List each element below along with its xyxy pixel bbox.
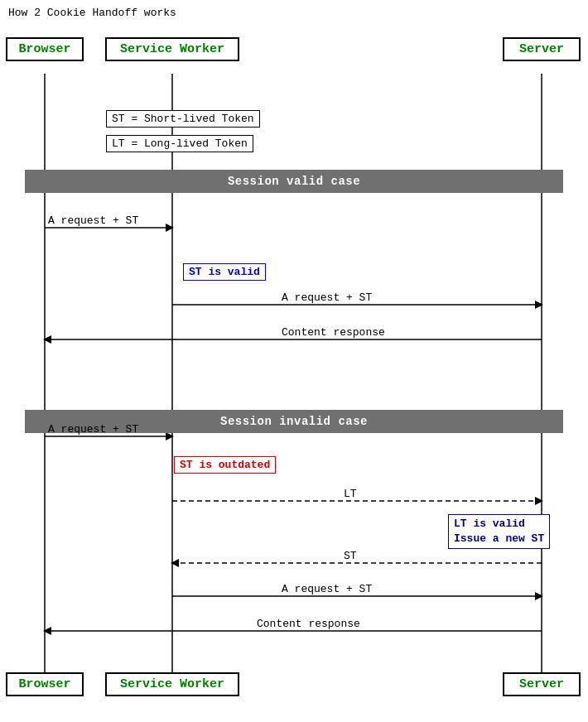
- note-lt-def: LT = Long-lived Token: [106, 135, 253, 152]
- actor-sw-top: Service Worker: [105, 37, 239, 61]
- msg-label-m3: Content response: [282, 326, 385, 339]
- note-st-def: ST = Short-lived Token: [106, 110, 260, 128]
- svg-marker-8: [43, 335, 51, 344]
- actor-browser-bottom: Browser: [6, 672, 84, 696]
- svg-marker-4: [166, 224, 174, 232]
- diagram: How 2 Cookie Handoff works Brow: [0, 0, 588, 722]
- actor-server-bottom: Server: [503, 672, 581, 696]
- msg-label-m2: A request + ST: [282, 291, 372, 304]
- msg-label-m4: A request + ST: [48, 423, 138, 436]
- msg-label-m6: ST: [344, 550, 357, 562]
- msg-label-m7: A request + ST: [282, 583, 372, 595]
- actor-browser-top: Browser: [6, 37, 84, 61]
- note-st-outdated: ST is outdated: [174, 456, 276, 474]
- svg-marker-10: [166, 432, 174, 440]
- svg-marker-16: [535, 592, 543, 600]
- svg-marker-6: [535, 301, 543, 309]
- actor-server-top: Server: [503, 37, 581, 61]
- msg-label-m1: A request + ST: [48, 214, 138, 227]
- svg-marker-18: [43, 627, 51, 635]
- msg-label-m8: Content response: [257, 618, 360, 630]
- note-st-valid: ST is valid: [183, 263, 266, 281]
- actor-sw-bottom: Service Worker: [105, 672, 239, 696]
- page-title: How 2 Cookie Handoff works: [8, 7, 176, 19]
- msg-label-m5: LT: [344, 488, 357, 500]
- svg-marker-14: [171, 559, 179, 567]
- svg-marker-12: [535, 497, 543, 505]
- section-valid: Session valid case: [25, 170, 563, 193]
- note-lt-valid: LT is valid Issue a new ST: [448, 514, 550, 549]
- arrows-svg: [0, 0, 588, 722]
